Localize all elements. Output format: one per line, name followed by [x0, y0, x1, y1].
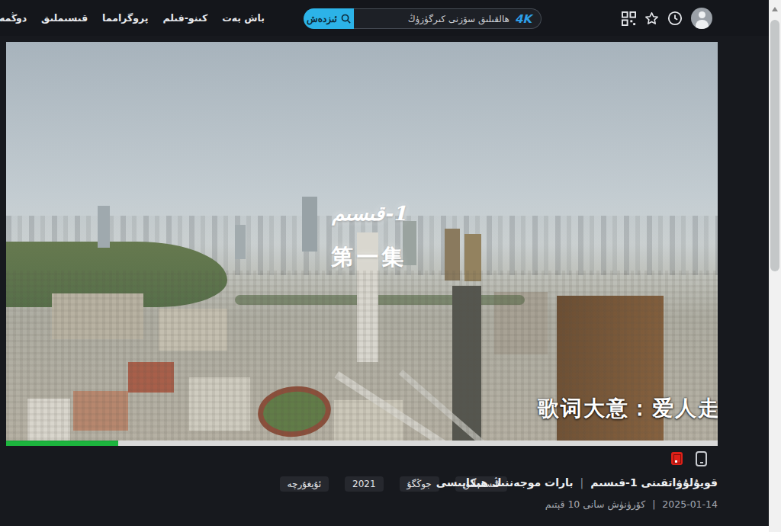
progress-bar[interactable]	[6, 441, 718, 446]
scrollbar-thumb[interactable]	[770, 20, 779, 271]
video-player[interactable]: 1-قىسىم 第一集 歌词大意：爱人走过	[6, 42, 718, 446]
user-avatar[interactable]	[691, 8, 712, 29]
title-separator: |	[580, 476, 584, 489]
search-placeholder: ھالقىلىق سۆزنى كىرگۈزۈڭ	[408, 14, 509, 24]
top-navbar: باش بەت كىنو-فىلم پروگرامما قىسىملىق دوڭ…	[0, 0, 769, 36]
favorites-star-icon[interactable]	[643, 10, 660, 27]
tag-language[interactable]: ئۇيغۇرچە	[280, 476, 329, 492]
scrollbar[interactable]	[769, 0, 781, 532]
tag-year[interactable]: 2021	[345, 476, 384, 492]
view-count: كۆرۈنۈش سانى 10 قېتىم	[545, 498, 645, 510]
mobile-icon[interactable]	[696, 451, 707, 466]
video-title: بارات موجەننىڭ ھېكايىسى | قويۇلۇۋاتقىنى …	[436, 476, 718, 489]
menu-item-series[interactable]: قىسىملىق	[41, 12, 88, 24]
qr-code-icon[interactable]	[620, 10, 637, 27]
publish-date: 2025-01-14	[662, 498, 718, 510]
history-clock-icon[interactable]	[667, 10, 683, 27]
search-button-label: ئىزدەش	[307, 14, 337, 24]
progress-fill	[6, 441, 118, 446]
search-icon	[341, 14, 351, 24]
search-input[interactable]: ھالقىلىق سۆزنى كىرگۈزۈڭ 4K	[354, 8, 542, 29]
red-app-icon[interactable]	[671, 452, 683, 465]
main-menu: باش بەت كىنو-فىلم پروگرامما قىسىملىق دوڭ…	[65, 0, 265, 36]
menu-item-movies[interactable]: كىنو-فىلم	[162, 12, 207, 24]
episode-overlay-uyghur: 1-قىسىم	[326, 202, 412, 225]
video-meta: كۆرۈنۈش سانى 10 قېتىم | 2025-01-14	[545, 498, 718, 510]
page: باش بەت كىنو-فىلم پروگرامما قىسىملىق دوڭ…	[0, 0, 781, 532]
tag-country[interactable]: جوڭگۇ	[400, 476, 439, 492]
episode-overlay-chinese: 第一集	[325, 242, 413, 273]
search-button[interactable]: ئىزدەش	[304, 8, 354, 29]
brand-4k-logo: 4K	[515, 12, 532, 26]
menu-item-anime[interactable]: دوڭمەن	[0, 12, 27, 24]
app-background: باش بەت كىنو-فىلم پروگرامما قىسىملىق دوڭ…	[0, 0, 769, 526]
menu-item-programs[interactable]: پروگرامما	[102, 12, 148, 24]
subtitle-text: 歌词大意：爱人走过	[538, 394, 718, 423]
meta-separator: |	[652, 498, 655, 510]
video-title-episode: قويۇلۇۋاتقىنى 1-قىسىم	[590, 476, 718, 489]
menu-item-home[interactable]: باش بەت	[222, 12, 265, 24]
scrollbar-up-arrow-icon[interactable]	[769, 3, 781, 15]
video-title-main: بارات موجەننىڭ ھېكايىسى	[436, 476, 574, 489]
